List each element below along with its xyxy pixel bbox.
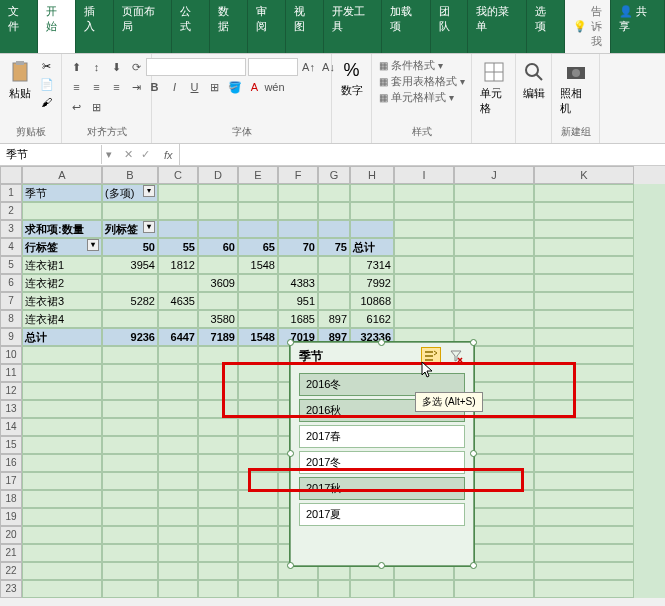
row-header[interactable]: 2 (0, 202, 22, 220)
cell[interactable] (158, 490, 198, 508)
cell[interactable]: 7992 (350, 274, 394, 292)
col-header[interactable]: I (394, 166, 454, 184)
wrap-text-icon[interactable]: ↩ (68, 98, 86, 116)
cell[interactable]: 3609 (198, 274, 238, 292)
cell[interactable] (158, 310, 198, 328)
cell[interactable] (394, 310, 454, 328)
cell[interactable] (158, 454, 198, 472)
cell[interactable]: 总计 (22, 328, 102, 346)
tab-options[interactable]: 选项 (527, 0, 565, 53)
cell[interactable] (454, 256, 534, 274)
cell[interactable] (158, 400, 198, 418)
cell[interactable] (238, 544, 278, 562)
cell[interactable]: 3954 (102, 256, 158, 274)
row-header[interactable]: 11 (0, 364, 22, 382)
row-header[interactable]: 6 (0, 274, 22, 292)
cell[interactable] (22, 544, 102, 562)
cell[interactable] (198, 508, 238, 526)
cell[interactable] (102, 562, 158, 580)
cell[interactable] (238, 436, 278, 454)
font-color-icon[interactable]: A (246, 78, 264, 96)
increase-font-icon[interactable]: A↑ (300, 58, 318, 76)
cell[interactable] (534, 418, 634, 436)
cell[interactable] (350, 580, 394, 598)
cell[interactable] (198, 292, 238, 310)
cell[interactable] (394, 580, 454, 598)
cell[interactable] (198, 472, 238, 490)
cell[interactable] (238, 562, 278, 580)
formula-bar[interactable] (179, 144, 665, 165)
border-icon[interactable]: ⊞ (206, 78, 224, 96)
col-header[interactable]: B (102, 166, 158, 184)
cell[interactable] (534, 436, 634, 454)
align-middle-icon[interactable]: ↕ (88, 58, 106, 76)
cell[interactable]: 连衣裙1 (22, 256, 102, 274)
cell[interactable] (198, 202, 238, 220)
cell[interactable] (238, 508, 278, 526)
cell[interactable] (198, 526, 238, 544)
cell[interactable] (102, 202, 158, 220)
row-header[interactable]: 17 (0, 472, 22, 490)
merge-icon[interactable]: ⊞ (88, 98, 106, 116)
cell[interactable] (238, 184, 278, 202)
row-header[interactable]: 8 (0, 310, 22, 328)
col-header[interactable]: D (198, 166, 238, 184)
row-header[interactable]: 21 (0, 544, 22, 562)
cell[interactable] (158, 274, 198, 292)
row-header[interactable]: 16 (0, 454, 22, 472)
cell[interactable] (238, 526, 278, 544)
cell[interactable] (198, 436, 238, 454)
slicer-item[interactable]: 2017夏 (299, 503, 465, 526)
col-header[interactable]: G (318, 166, 350, 184)
cell[interactable]: 6447 (158, 328, 198, 346)
bold-icon[interactable]: B (146, 78, 164, 96)
cell[interactable] (318, 292, 350, 310)
cell[interactable] (158, 382, 198, 400)
cell[interactable] (158, 562, 198, 580)
cell[interactable]: (多项)▾ (102, 184, 158, 202)
slicer-item[interactable]: 2017春 (299, 425, 465, 448)
cell[interactable]: 连衣裙4 (22, 310, 102, 328)
cell[interactable] (22, 562, 102, 580)
editing-button[interactable]: 编辑 (520, 58, 548, 103)
cell[interactable]: 连衣裙3 (22, 292, 102, 310)
cell[interactable]: 951 (278, 292, 318, 310)
cell[interactable] (102, 526, 158, 544)
cell[interactable] (454, 238, 534, 256)
cell[interactable]: 3580 (198, 310, 238, 328)
cell[interactable] (158, 580, 198, 598)
cell[interactable] (394, 292, 454, 310)
cell[interactable]: 6162 (350, 310, 394, 328)
row-header[interactable]: 5 (0, 256, 22, 274)
tab-home[interactable]: 开始 (38, 0, 76, 53)
col-header[interactable]: A (22, 166, 102, 184)
col-header[interactable]: E (238, 166, 278, 184)
cell[interactable] (318, 580, 350, 598)
row-header[interactable]: 20 (0, 526, 22, 544)
conditional-format-button[interactable]: ▦ 条件格式 ▾ (379, 58, 465, 73)
row-header[interactable]: 13 (0, 400, 22, 418)
cell[interactable]: 列标签▾ (102, 220, 158, 238)
cell[interactable] (158, 436, 198, 454)
cell[interactable] (102, 310, 158, 328)
cell[interactable]: 70 (278, 238, 318, 256)
cell[interactable] (102, 400, 158, 418)
cell[interactable] (534, 328, 634, 346)
cell[interactable] (454, 310, 534, 328)
row-header[interactable]: 9 (0, 328, 22, 346)
orientation-icon[interactable]: ⟳ (128, 58, 146, 76)
font-size-select[interactable] (248, 58, 298, 76)
cell[interactable] (22, 580, 102, 598)
cell[interactable] (454, 292, 534, 310)
cell[interactable]: 65 (238, 238, 278, 256)
cell[interactable] (22, 364, 102, 382)
cell[interactable] (318, 184, 350, 202)
cell[interactable] (198, 562, 238, 580)
accept-icon[interactable]: ✓ (141, 148, 150, 161)
camera-button[interactable]: 照相机 (558, 58, 593, 118)
col-header[interactable]: J (454, 166, 534, 184)
row-header[interactable]: 4 (0, 238, 22, 256)
tab-layout[interactable]: 页面布局 (114, 0, 173, 53)
row-header[interactable]: 23 (0, 580, 22, 598)
cell[interactable] (278, 256, 318, 274)
